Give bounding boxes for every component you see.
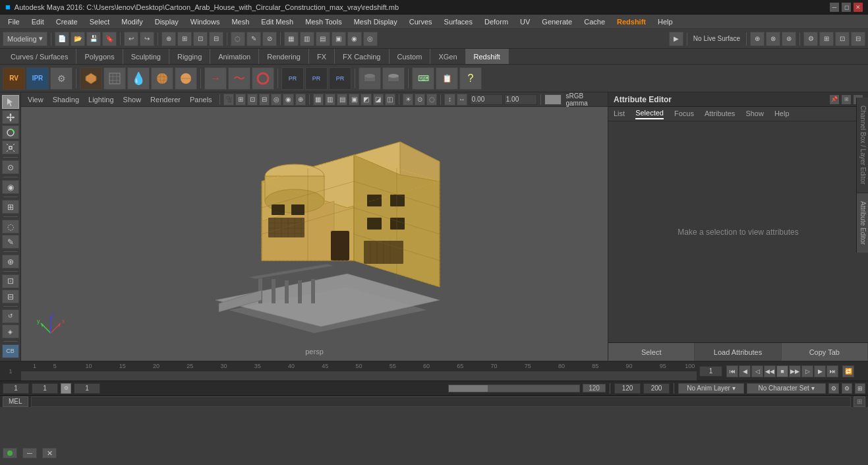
settings-button2[interactable]: ⊞ [819, 32, 834, 46]
shelf-drop-icon[interactable]: 💧 [127, 67, 150, 90]
char-set-dropdown[interactable]: No Character Set ▾ [747, 383, 826, 394]
stop-button[interactable]: ■ [776, 365, 788, 377]
current-frame-input[interactable] [699, 366, 722, 377]
vp-menu-lighting[interactable]: Lighting [84, 94, 118, 105]
shelf-plate1-icon[interactable] [359, 67, 381, 90]
rotate-tool-button[interactable] [2, 125, 19, 139]
lasso-select-button[interactable]: ◌ [2, 220, 19, 233]
menu-help[interactable]: Help [652, 16, 678, 27]
snap-grid-button[interactable]: ⊞ [177, 32, 192, 46]
shelf-tab-rendering[interactable]: Rendering [259, 49, 309, 64]
menu-redshift[interactable]: Redshift [612, 16, 651, 27]
frame-input-inner[interactable] [74, 383, 100, 394]
menu-windows[interactable]: Windows [185, 16, 225, 27]
shelf-settings-icon[interactable]: ⚙ [50, 67, 72, 90]
distribute-button[interactable]: ⊛ [782, 32, 796, 46]
renderview-button[interactable]: ▶ [669, 32, 683, 46]
shelf-grid-icon[interactable] [103, 67, 126, 90]
xray-button[interactable]: ▦ [284, 32, 299, 46]
shelf-tab-rigging[interactable]: Rigging [169, 49, 210, 64]
show-manip-button[interactable]: ⊕ [2, 255, 19, 268]
go-to-start-button[interactable]: ⏮ [726, 365, 738, 377]
menu-surfaces[interactable]: Surfaces [439, 16, 478, 27]
shelf-ipr-icon[interactable]: IPR [26, 67, 49, 90]
menu-file[interactable]: File [3, 16, 25, 27]
vp-menu-view[interactable]: View [24, 94, 47, 105]
shelf-tab-sculpting[interactable]: Sculpting [123, 49, 169, 64]
shelf-log-icon[interactable]: 📋 [436, 67, 458, 90]
timeline-track[interactable]: 1 5 10 15 20 25 30 35 40 45 50 55 60 65 … [21, 361, 697, 381]
select-tool-button[interactable] [2, 95, 19, 109]
bottom-close-button[interactable]: ✕ [42, 448, 57, 458]
ae-tab-show[interactable]: Show [745, 109, 764, 119]
snap-curve-button[interactable]: ⊡ [193, 32, 208, 46]
history-button[interactable]: ↺ [2, 309, 19, 323]
frame-input-current[interactable] [32, 383, 58, 394]
range-slider[interactable] [448, 385, 580, 392]
scale-tool-button[interactable] [2, 140, 19, 154]
menu-edit-mesh[interactable]: Edit Mesh [256, 16, 299, 27]
workspace-button[interactable]: ◈ [2, 325, 19, 338]
shaded-button[interactable]: ▤ [316, 32, 330, 46]
menu-curves[interactable]: Curves [404, 16, 438, 27]
minimize-button[interactable]: ─ [830, 3, 839, 12]
workspace-dropdown[interactable]: Modeling ▾ [3, 32, 47, 46]
anim-options-button[interactable]: ⚙ [61, 383, 71, 394]
attr-editor-float-button[interactable]: ⊞ [842, 95, 851, 104]
ae-tab-list[interactable]: List [614, 109, 625, 119]
vp-btn5[interactable]: ◎ [271, 94, 281, 106]
shelf-pr1-icon[interactable]: PR [281, 67, 304, 90]
menu-select[interactable]: Select [84, 16, 115, 27]
vp-btn2[interactable]: ⊞ [235, 94, 246, 106]
anim-settings-button2[interactable]: ⚙ [842, 383, 852, 394]
step-forward-button[interactable]: ▶ [814, 365, 826, 377]
shelf-sphere2-icon[interactable] [175, 67, 197, 90]
vp-shading4[interactable]: ▣ [349, 94, 359, 106]
menu-mesh-display[interactable]: Mesh Display [349, 16, 403, 27]
menu-uv[interactable]: UV [515, 16, 535, 27]
lighting-button[interactable]: ◉ [347, 32, 362, 46]
shelf-tab-custom[interactable]: Custom [390, 49, 431, 64]
menu-cache[interactable]: Cache [579, 16, 610, 27]
script-mode-button[interactable]: MEL [3, 396, 28, 407]
ae-tab-attributes[interactable]: Attributes [705, 109, 735, 119]
shelf-tab-polygons[interactable]: Polygons [76, 49, 123, 64]
shelf-rv-icon[interactable]: RV [3, 67, 25, 90]
vp-show2[interactable]: ↔ [457, 94, 467, 106]
shadow-button[interactable]: ◎ [363, 32, 378, 46]
prev-key-button[interactable]: ◁ [751, 365, 763, 377]
wireframe-button[interactable]: ▥ [300, 32, 314, 46]
anim-layer-dropdown[interactable]: No Anim Layer ▾ [678, 383, 744, 394]
camera-x-field[interactable] [470, 94, 503, 105]
paint-select-button[interactable]: ✎ [2, 235, 19, 249]
next-key-button[interactable]: ▷ [801, 365, 813, 377]
shelf-code-icon[interactable]: ⌨ [412, 67, 434, 90]
range-end-input[interactable] [643, 383, 670, 394]
play-forward-button[interactable]: ▶▶ [789, 365, 801, 377]
redo-button[interactable]: ↪ [140, 32, 154, 46]
load-attributes-button[interactable]: Load Attributes [695, 343, 781, 361]
vp-light2[interactable]: ⊙ [415, 94, 425, 106]
anim-settings-button1[interactable]: ⚙ [828, 383, 839, 394]
settings-button4[interactable]: ⊟ [851, 32, 865, 46]
restore-button[interactable]: ◻ [842, 3, 851, 12]
attribute-editor-side-tab[interactable]: Attribute Editor [857, 193, 868, 253]
shelf-tab-fx[interactable]: FX [309, 49, 335, 64]
select-mode-button[interactable]: ⊕ [161, 32, 176, 46]
shelf-pr3-icon[interactable]: PR [329, 67, 351, 90]
settings-button1[interactable]: ⚙ [803, 32, 818, 46]
snap2-button[interactable]: ⊟ [2, 290, 19, 303]
bottom-minimize-button[interactable]: ─ [22, 448, 37, 458]
vp-shading3[interactable]: ▤ [337, 94, 347, 106]
menu-display[interactable]: Display [150, 16, 184, 27]
vp-light1[interactable]: ☀ [403, 94, 413, 106]
shelf-squiggle-icon[interactable]: 〜 [228, 67, 250, 90]
camera-y-field[interactable] [504, 94, 537, 105]
vp-menu-show[interactable]: Show [119, 94, 146, 105]
shelf-tab-curves[interactable]: Curves / Surfaces [3, 49, 76, 64]
camera-select-button[interactable]: 🎥 [223, 94, 234, 106]
shelf-torus-icon[interactable] [252, 67, 274, 90]
open-scene-button[interactable]: 📂 [71, 32, 85, 46]
vp-btn3[interactable]: ⊡ [247, 94, 258, 106]
script-input-field[interactable] [31, 396, 851, 407]
